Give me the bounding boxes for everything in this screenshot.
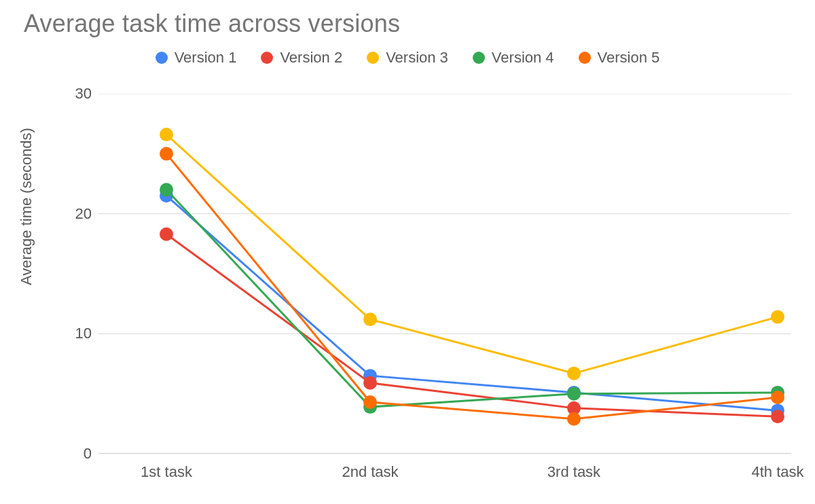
data-point <box>160 183 173 196</box>
x-tick-label: 4th task <box>751 463 803 481</box>
chart-plot-area <box>98 94 791 454</box>
legend-label: Version 3 <box>386 49 448 67</box>
data-point <box>160 147 173 160</box>
x-tick-label: 1st task <box>141 463 192 481</box>
series-line <box>166 134 778 374</box>
data-point <box>160 228 173 241</box>
series-line <box>166 190 778 407</box>
data-point <box>567 367 581 380</box>
data-point <box>567 412 581 426</box>
data-point <box>363 395 377 409</box>
x-tick-label: 2nd task <box>342 463 398 481</box>
data-point <box>771 410 784 423</box>
chart-legend: Version 1 Version 2 Version 3 Version 4 … <box>0 49 815 67</box>
y-tick-label: 10 <box>51 325 92 342</box>
data-point <box>160 128 173 141</box>
series-line <box>166 196 778 410</box>
legend-item-version-1: Version 1 <box>156 49 237 67</box>
data-point <box>363 376 377 390</box>
data-point <box>567 387 581 401</box>
y-tick-label: 30 <box>51 85 92 103</box>
chart-container: Average task time across versions Versio… <box>0 0 815 504</box>
legend-item-version-4: Version 4 <box>473 49 554 67</box>
y-tick-label: 20 <box>51 205 92 223</box>
x-tick-label: 3rd task <box>547 463 600 481</box>
legend-label: Version 5 <box>598 49 660 67</box>
legend-swatch-icon <box>579 52 591 64</box>
legend-item-version-2: Version 2 <box>261 49 342 67</box>
legend-swatch-icon <box>367 52 379 64</box>
y-tick-label: 0 <box>51 445 92 463</box>
legend-label: Version 1 <box>175 49 237 67</box>
data-point <box>771 310 784 324</box>
legend-item-version-5: Version 5 <box>579 49 660 67</box>
legend-label: Version 2 <box>280 49 342 67</box>
legend-swatch-icon <box>156 52 168 64</box>
data-point <box>771 391 784 404</box>
y-axis-label: Average time (seconds) <box>18 128 35 285</box>
chart-title: Average task time across versions <box>24 10 400 38</box>
legend-item-version-3: Version 3 <box>367 49 448 67</box>
legend-swatch-icon <box>261 52 273 64</box>
series-version-3 <box>160 128 784 380</box>
series-version-1 <box>160 189 784 417</box>
legend-swatch-icon <box>473 52 485 64</box>
data-point <box>363 312 377 326</box>
legend-label: Version 4 <box>492 49 554 67</box>
series-line <box>166 234 778 417</box>
